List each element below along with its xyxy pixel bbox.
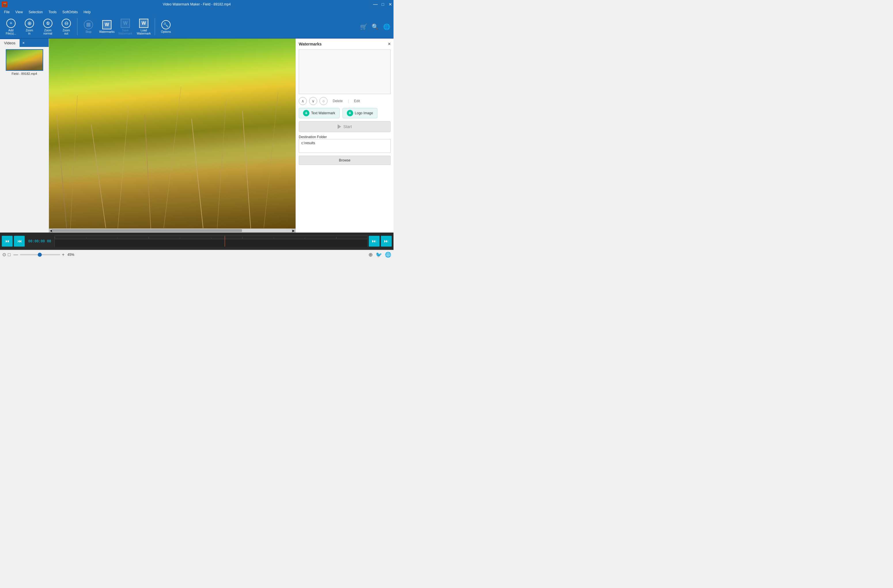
timeline-right-buttons: ⏭ ⏭ bbox=[369, 236, 392, 247]
timeline-track[interactable] bbox=[54, 236, 368, 247]
load-watermark-button[interactable]: W LoadWatermark bbox=[135, 17, 152, 36]
move-down-button[interactable]: ∨ bbox=[309, 97, 317, 105]
circle-button[interactable]: ○ bbox=[319, 97, 328, 105]
left-panel: Videos × Field - 89182.mp4 bbox=[0, 39, 49, 232]
rewind-button[interactable]: ⏭ bbox=[14, 236, 25, 247]
watermark-preview-area bbox=[299, 50, 391, 94]
status-bar: ⊙ □ — + 45% ⊕ 🐦 🌐 bbox=[0, 250, 394, 259]
load-watermark-icon: W bbox=[139, 19, 148, 28]
start-button[interactable]: Start bbox=[299, 121, 391, 132]
add-files-icon: ＋ bbox=[6, 19, 15, 28]
browse-button[interactable]: Browse bbox=[299, 156, 391, 165]
options-icon: 🔧 bbox=[161, 20, 171, 29]
close-button[interactable]: ✕ bbox=[387, 1, 394, 8]
toolbar-sep-2 bbox=[155, 18, 155, 35]
zoom-minus-button[interactable]: — bbox=[14, 252, 18, 257]
rewind-all-button[interactable]: ⏮ bbox=[2, 236, 13, 247]
add-text-watermark-button[interactable]: + Text Watermark bbox=[299, 108, 340, 118]
minimize-button[interactable]: — bbox=[372, 1, 379, 8]
edit-button[interactable]: Edit bbox=[351, 98, 363, 104]
menu-tools[interactable]: Tools bbox=[46, 9, 60, 15]
video-preview bbox=[49, 39, 296, 228]
playhead bbox=[225, 236, 225, 247]
cart-icon[interactable]: 🛒 bbox=[359, 22, 368, 32]
add-watermark-buttons: + Text Watermark + Logo Image bbox=[299, 108, 391, 118]
main-content: Videos × Field - 89182.mp4 bbox=[0, 39, 394, 232]
videos-tab-label[interactable]: Videos bbox=[0, 39, 20, 47]
panel-header: Watermarks × bbox=[299, 42, 391, 46]
video-thumbnail bbox=[6, 49, 43, 71]
add-files-button[interactable]: ＋ AddFile(s)... bbox=[2, 17, 20, 36]
timeline-content bbox=[55, 239, 367, 247]
menu-softorbits[interactable]: SoftOrbits bbox=[60, 9, 81, 15]
zoom-normal-icon: ① bbox=[43, 19, 53, 28]
delete-button[interactable]: Delete bbox=[330, 98, 346, 104]
add-text-label: Text Watermark bbox=[311, 111, 335, 115]
menu-bar: File View Selection Tools SoftOrbits Hel… bbox=[0, 9, 394, 15]
video-list: Field - 89182.mp4 bbox=[0, 47, 49, 232]
watermarks-icon: W bbox=[102, 20, 111, 29]
center-panel: ◀ ▶ bbox=[49, 39, 296, 232]
zoom-control: — + 45% bbox=[14, 252, 74, 257]
window-title: Video Watermark Maker - Field - 89182.mp… bbox=[163, 2, 231, 6]
move-up-button[interactable]: ∧ bbox=[299, 97, 307, 105]
options-button[interactable]: 🔧 Options bbox=[157, 17, 174, 36]
search-icon[interactable]: 🔍 bbox=[370, 22, 380, 32]
dest-folder-value: c:\results bbox=[301, 141, 315, 145]
add-logo-image-button[interactable]: + Logo Image bbox=[343, 108, 377, 118]
zoom-normal-button[interactable]: ① Zoomnormal bbox=[39, 17, 56, 36]
menu-selection[interactable]: Selection bbox=[26, 9, 45, 15]
watermarks-panel-close[interactable]: × bbox=[388, 42, 391, 46]
videos-tab-close[interactable]: × bbox=[20, 39, 27, 46]
zoom-out-icon: ⊖ bbox=[62, 19, 71, 28]
watermarks-button[interactable]: W Watermarks bbox=[98, 17, 116, 36]
videos-tab-header: Videos × bbox=[0, 39, 49, 47]
title-bar: 🎬 Video Watermark Maker - Field - 89182.… bbox=[0, 0, 394, 9]
menu-file[interactable]: File bbox=[1, 9, 12, 15]
zoom-slider-thumb[interactable] bbox=[38, 253, 42, 257]
toolbar: ＋ AddFile(s)... ⊕ Zoomin ① Zoomnormal ⊖ … bbox=[0, 15, 394, 39]
status-right-icons: ⊕ 🐦 🌐 bbox=[368, 252, 391, 258]
dest-folder-input[interactable]: c:\results bbox=[299, 139, 391, 153]
watermark-controls: ∧ ∨ ○ Delete | Edit bbox=[299, 97, 391, 105]
toolbar-sep-1 bbox=[77, 18, 78, 35]
video-item[interactable]: Field - 89182.mp4 bbox=[2, 49, 47, 75]
timeline-area: ⏮ ⏭ 00:00:00 00 ⏭ ⏭ bbox=[0, 232, 394, 250]
add-text-icon: + bbox=[303, 110, 310, 116]
stop-icon bbox=[84, 20, 93, 29]
globe-icon-status[interactable]: 🌐 bbox=[385, 252, 391, 258]
maximize-button[interactable]: □ bbox=[380, 1, 386, 8]
watermarks-panel-title: Watermarks bbox=[299, 42, 322, 46]
twitter-icon[interactable]: 🐦 bbox=[376, 252, 382, 258]
stop-button[interactable]: Stop bbox=[80, 17, 97, 36]
add-logo-icon: + bbox=[347, 110, 353, 116]
toolbar-right-icons: 🛒 🔍 🌐 bbox=[359, 22, 391, 32]
forward-button[interactable]: ⏭ bbox=[369, 236, 380, 247]
zoom-slider[interactable] bbox=[20, 254, 60, 255]
destination-folder-section: Destination Folder c:\results bbox=[299, 135, 391, 153]
start-arrow-icon bbox=[338, 124, 341, 129]
forward-all-button[interactable]: ⏭ bbox=[381, 236, 392, 247]
video-frame bbox=[49, 39, 296, 228]
status-icon-2[interactable]: □ bbox=[8, 252, 11, 257]
status-icon-1[interactable]: ⊙ bbox=[2, 252, 6, 257]
timeline-ruler bbox=[55, 236, 367, 239]
app-icon: 🎬 bbox=[2, 2, 8, 7]
video-thumbnail-inner bbox=[6, 50, 43, 70]
video-file-name: Field - 89182.mp4 bbox=[12, 72, 37, 75]
zoom-plus-button[interactable]: + bbox=[62, 252, 65, 257]
scrollbar-thumb[interactable] bbox=[52, 229, 242, 232]
save-watermark-button[interactable]: W SaveWatermark bbox=[117, 17, 134, 36]
menu-view[interactable]: View bbox=[12, 9, 26, 15]
start-label: Start bbox=[343, 124, 352, 129]
scroll-right-arrow[interactable]: ▶ bbox=[292, 228, 296, 232]
horizontal-scrollbar[interactable]: ◀ ▶ bbox=[49, 228, 296, 232]
add-logo-label: Logo Image bbox=[355, 111, 373, 115]
zoom-out-button[interactable]: ⊖ Zoomout bbox=[58, 17, 75, 36]
zoom-value: 45% bbox=[68, 253, 74, 257]
share-icon[interactable]: ⊕ bbox=[368, 252, 373, 258]
watermarks-panel: Watermarks × ∧ ∨ ○ Delete | Edit + Text … bbox=[296, 39, 394, 232]
zoom-in-button[interactable]: ⊕ Zoomin bbox=[21, 17, 38, 36]
menu-help[interactable]: Help bbox=[81, 9, 94, 15]
globe-icon[interactable]: 🌐 bbox=[382, 22, 391, 32]
